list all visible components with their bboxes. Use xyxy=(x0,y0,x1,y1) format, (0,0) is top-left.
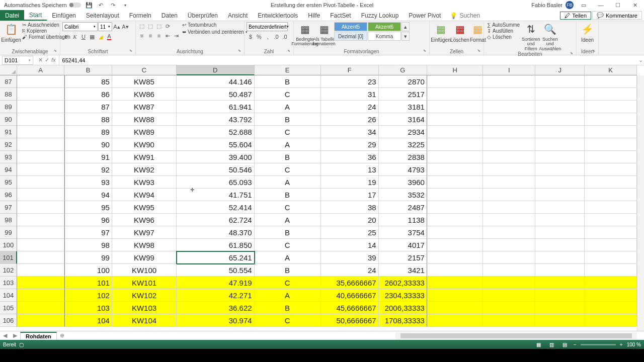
cell[interactable]: 93 xyxy=(64,176,112,189)
cell[interactable]: 26 xyxy=(321,113,379,126)
row-header[interactable]: 106 xyxy=(0,314,17,327)
cell[interactable] xyxy=(17,163,64,176)
currency-icon[interactable]: $ xyxy=(247,33,255,41)
cell[interactable] xyxy=(17,75,64,88)
column-header-H[interactable]: H xyxy=(427,65,483,75)
tab-ansicht[interactable]: Ansicht xyxy=(223,10,253,21)
cell[interactable]: B xyxy=(255,75,321,88)
row-header[interactable]: 101 xyxy=(0,251,17,264)
cell[interactable]: 50.487 xyxy=(177,88,254,101)
style-akzent5[interactable]: Akzent5 xyxy=(334,22,367,31)
cell[interactable] xyxy=(17,201,64,214)
sheet-nav-prev-icon[interactable]: ◀ xyxy=(0,332,10,339)
cell[interactable]: 2870 xyxy=(379,75,427,88)
cell[interactable] xyxy=(585,151,637,163)
cell[interactable] xyxy=(427,201,483,214)
cell[interactable] xyxy=(483,151,535,163)
increase-indent-icon[interactable]: ⇥ xyxy=(172,32,180,40)
cell[interactable] xyxy=(483,289,535,302)
cell[interactable]: 50,6666667 xyxy=(321,314,379,327)
undo-icon[interactable]: ↶ xyxy=(97,1,105,9)
cell[interactable]: 43.792 xyxy=(177,113,254,126)
tab-file[interactable]: Datei xyxy=(0,10,24,21)
cell[interactable]: A xyxy=(255,214,321,226)
cell[interactable]: 2304,33333 xyxy=(379,289,427,302)
cell[interactable]: 42.271 xyxy=(177,289,254,302)
cell[interactable] xyxy=(585,176,637,189)
cell[interactable]: KW102 xyxy=(112,289,177,302)
cell[interactable] xyxy=(535,101,585,113)
align-right-icon[interactable]: ≡ xyxy=(155,32,163,40)
cell[interactable]: 103 xyxy=(64,302,112,314)
increase-font-icon[interactable]: A▴ xyxy=(113,23,121,31)
cell[interactable]: 3225 xyxy=(379,138,427,151)
cell[interactable]: KW89 xyxy=(112,126,177,138)
cell[interactable]: C xyxy=(255,163,321,176)
decrease-decimal-icon[interactable]: .0 xyxy=(281,33,289,41)
column-header-G[interactable]: G xyxy=(379,65,427,75)
cell[interactable] xyxy=(483,277,535,289)
cell[interactable]: 3181 xyxy=(379,101,427,113)
fill-color-button[interactable]: ◢ xyxy=(97,33,105,41)
cell[interactable] xyxy=(427,214,483,226)
cell[interactable] xyxy=(535,189,585,201)
cell[interactable] xyxy=(17,277,64,289)
style-dezimal[interactable]: Dezimal [0] xyxy=(334,32,367,41)
cell[interactable]: 34 xyxy=(321,126,379,138)
cell[interactable]: C xyxy=(255,314,321,327)
tab-factset[interactable]: FactSet xyxy=(325,10,356,21)
column-header-E[interactable]: E xyxy=(255,65,321,75)
cell[interactable]: 52.414 xyxy=(177,201,254,214)
qat-customize-icon[interactable]: ▾ xyxy=(121,1,129,9)
column-header-A[interactable]: A xyxy=(17,65,64,75)
cell[interactable]: 40,6666667 xyxy=(321,289,379,302)
expand-formula-bar-icon[interactable]: ⌄ xyxy=(637,57,644,63)
cell[interactable] xyxy=(535,289,585,302)
cell[interactable] xyxy=(17,189,64,201)
name-box[interactable]: D101▾ xyxy=(2,56,33,65)
cell[interactable]: B xyxy=(255,302,321,314)
cell[interactable] xyxy=(17,251,64,264)
row-header[interactable]: 95 xyxy=(0,176,17,189)
cell[interactable]: 38 xyxy=(321,201,379,214)
cell[interactable]: 90 xyxy=(64,138,112,151)
row-header[interactable]: 96 xyxy=(0,189,17,201)
cell[interactable] xyxy=(17,314,64,327)
cell[interactable]: 91 xyxy=(64,151,112,163)
cell[interactable]: 61.941 xyxy=(177,101,254,113)
cell[interactable] xyxy=(535,264,585,277)
row-header[interactable]: 94 xyxy=(0,163,17,176)
cell[interactable] xyxy=(535,126,585,138)
cell[interactable] xyxy=(17,226,64,239)
cell[interactable]: B xyxy=(255,113,321,126)
cell[interactable]: B xyxy=(255,189,321,201)
column-header-B[interactable]: B xyxy=(64,65,112,75)
enter-formula-icon[interactable]: ✓ xyxy=(45,57,49,63)
cell[interactable]: 95 xyxy=(64,201,112,214)
cell[interactable]: 31 xyxy=(321,88,379,101)
cell[interactable] xyxy=(535,251,585,264)
cell[interactable] xyxy=(427,88,483,101)
cell[interactable]: KW104 xyxy=(112,314,177,327)
cell[interactable] xyxy=(483,75,535,88)
cell[interactable]: 17 xyxy=(321,189,379,201)
cell[interactable] xyxy=(535,88,585,101)
tab-power pivot[interactable]: Power Pivot xyxy=(404,10,446,21)
cell-styles-gallery[interactable]: Akzent5 Akzent6 ▴ Dezimal [0] Komma ▾ xyxy=(334,22,410,41)
row-header[interactable]: 98 xyxy=(0,214,17,226)
align-top-icon[interactable]: ⬚ xyxy=(138,22,146,30)
row-header[interactable]: 99 xyxy=(0,226,17,239)
cell[interactable]: 47.919 xyxy=(177,277,254,289)
cell[interactable] xyxy=(535,277,585,289)
cell[interactable]: 45,6666667 xyxy=(321,302,379,314)
decrease-font-icon[interactable]: A▾ xyxy=(121,23,129,31)
cell[interactable] xyxy=(483,88,535,101)
format-as-table-button[interactable]: ▦ Als Tabelle formatieren xyxy=(315,22,333,47)
toggle-switch[interactable] xyxy=(69,3,81,8)
style-akzent6[interactable]: Akzent6 xyxy=(368,22,401,31)
cell[interactable] xyxy=(483,302,535,314)
cell[interactable] xyxy=(585,113,637,126)
wrap-text-button[interactable]: ↩Textumbruch xyxy=(181,22,249,28)
gallery-up-icon[interactable]: ▴ xyxy=(401,22,410,31)
cell[interactable] xyxy=(585,251,637,264)
